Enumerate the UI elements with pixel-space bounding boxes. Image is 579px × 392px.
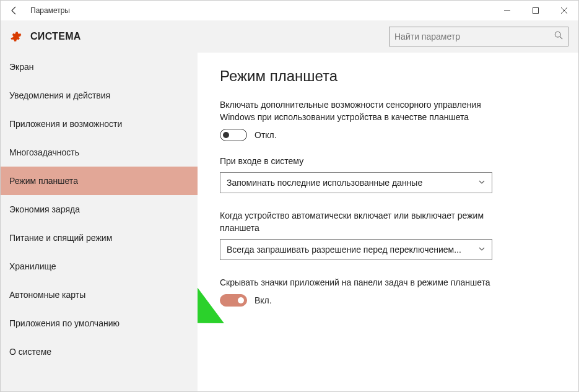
- sidebar-item-battery-saver[interactable]: Экономия заряда: [1, 195, 198, 224]
- dropdown-signin-behavior[interactable]: Запоминать последние использованные данн…: [220, 172, 492, 193]
- sidebar-item-label: Уведомления и действия: [9, 90, 110, 100]
- sidebar-item-offline-maps[interactable]: Автономные карты: [1, 281, 198, 309]
- sidebar-item-power-sleep[interactable]: Питание и спящий режим: [1, 224, 198, 252]
- sidebar: Экран Уведомления и действия Приложения …: [1, 53, 198, 391]
- titlebar: Параметры: [1, 1, 578, 20]
- window-controls: [493, 1, 578, 20]
- sidebar-item-apps-features[interactable]: Приложения и возможности: [1, 110, 198, 138]
- sidebar-item-storage[interactable]: Хранилище: [1, 252, 198, 281]
- maximize-button[interactable]: [521, 1, 550, 20]
- search-input[interactable]: [394, 32, 554, 41]
- dropdown-auto-switch[interactable]: Всегда запрашивать разрешение перед пере…: [220, 239, 492, 260]
- content-pane: Режим планшета Включать дополнительные в…: [198, 53, 578, 391]
- sidebar-item-display[interactable]: Экран: [1, 53, 198, 81]
- arrow-left-icon: [9, 6, 19, 15]
- body: Экран Уведомления и действия Приложения …: [1, 53, 578, 391]
- svg-rect-0: [533, 8, 539, 14]
- sidebar-item-label: Режим планшета: [9, 176, 78, 186]
- search-box[interactable]: [389, 27, 568, 46]
- toggle-tablet-mode[interactable]: [220, 129, 247, 141]
- sidebar-item-label: Приложения по умолчанию: [9, 318, 120, 328]
- sidebar-item-label: Экран: [9, 62, 34, 72]
- label-auto-switch: Когда устройство автоматически включает …: [220, 209, 498, 235]
- sidebar-item-default-apps[interactable]: Приложения по умолчанию: [1, 309, 198, 338]
- toggle-label: Откл.: [255, 130, 277, 140]
- sidebar-item-tablet-mode[interactable]: Режим планшета: [1, 167, 198, 195]
- label-hide-icons: Скрывать значки приложений на панели зад…: [220, 276, 498, 289]
- back-button[interactable]: [1, 1, 28, 20]
- search-icon: [554, 31, 563, 42]
- sidebar-item-label: Многозадачность: [9, 147, 79, 157]
- close-icon: [561, 7, 567, 14]
- toggle-knob: [238, 297, 244, 303]
- tablet-mode-description: Включать дополнительные возможности сенс…: [220, 98, 498, 124]
- sidebar-item-multitasking[interactable]: Многозадачность: [1, 138, 198, 167]
- sidebar-item-label: Автономные карты: [9, 290, 85, 300]
- maximize-icon: [533, 7, 539, 14]
- dropdown-value: Всегда запрашивать разрешение перед пере…: [227, 245, 478, 255]
- toggle-knob: [223, 132, 229, 138]
- sidebar-item-label: Экономия заряда: [9, 204, 80, 214]
- chevron-down-icon: [478, 178, 485, 188]
- sidebar-item-label: Хранилище: [9, 261, 56, 271]
- svg-point-1: [555, 32, 560, 37]
- minimize-icon: [504, 7, 510, 14]
- toggle-row-hide-icons: Вкл.: [220, 294, 560, 307]
- window-title: Параметры: [28, 6, 493, 15]
- sidebar-item-label: Питание и спящий режим: [9, 233, 112, 243]
- sidebar-item-label: Приложения и возможности: [9, 119, 122, 129]
- header: СИСТЕМА: [1, 20, 578, 53]
- page-title: Режим планшета: [220, 68, 560, 85]
- chevron-down-icon: [478, 245, 485, 255]
- dropdown-value: Запоминать последние использованные данн…: [227, 178, 478, 188]
- sidebar-item-label: О системе: [9, 347, 51, 357]
- section-title: СИСТЕМА: [30, 31, 389, 42]
- sidebar-item-about[interactable]: О системе: [1, 338, 198, 366]
- label-signin: При входе в систему: [220, 155, 498, 167]
- sidebar-item-notifications[interactable]: Уведомления и действия: [1, 81, 198, 110]
- toggle-label: Вкл.: [255, 295, 272, 305]
- close-button[interactable]: [550, 1, 578, 20]
- minimize-button[interactable]: [493, 1, 521, 20]
- toggle-row-tablet-mode: Откл.: [220, 129, 560, 141]
- gear-icon: [7, 20, 24, 53]
- toggle-hide-taskbar-icons[interactable]: [220, 294, 247, 307]
- settings-window: Параметры СИСТЕМА Экран: [0, 0, 579, 392]
